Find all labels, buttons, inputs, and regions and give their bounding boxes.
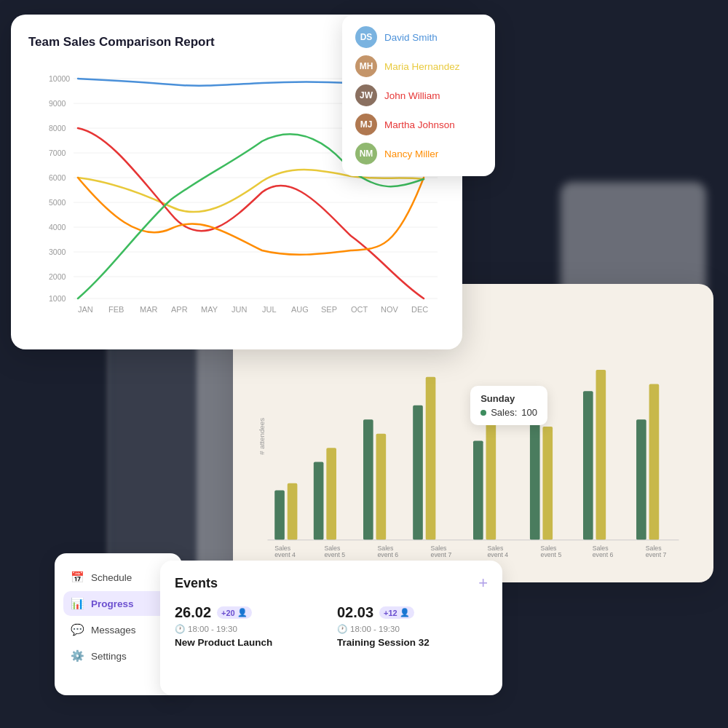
svg-text:# attendees: # attendees (258, 418, 266, 455)
svg-text:APR: APR (171, 305, 188, 314)
sidebar-item-schedule[interactable]: 📅 Schedule (63, 565, 173, 590)
legend-name-5: Nancy Miller (384, 149, 438, 159)
bar-chart-area: Sunday Sales: 100 # attendees (253, 328, 693, 575)
svg-text:event 7: event 7 (646, 551, 667, 558)
svg-rect-39 (413, 405, 423, 540)
event-avatar-icon-1: 👤 (237, 608, 248, 617)
svg-text:2000: 2000 (49, 272, 66, 281)
svg-text:MAR: MAR (140, 305, 158, 314)
events-card: Events + 26.02 +20 👤 🕐 18:00 - 19:30 New… (160, 561, 502, 695)
legend-item-4: MJ Martha Johnson (355, 114, 482, 135)
tooltip-label: Sales: (491, 407, 517, 418)
svg-text:event 5: event 5 (324, 551, 345, 558)
svg-text:event 6: event 6 (593, 551, 614, 558)
svg-rect-46 (596, 370, 606, 540)
sidebar-item-settings[interactable]: ⚙️ Settings (63, 644, 173, 668)
avatar-nancy: NM (355, 143, 377, 165)
svg-rect-44 (542, 427, 553, 540)
svg-text:JUL: JUL (262, 305, 277, 314)
svg-text:8000: 8000 (49, 124, 66, 132)
events-grid: 26.02 +20 👤 🕐 18:00 - 19:30 New Product … (175, 604, 488, 648)
svg-text:event 4: event 4 (274, 551, 296, 558)
avatar-martha: MJ (355, 114, 377, 135)
svg-rect-35 (314, 462, 324, 540)
svg-text:NOV: NOV (381, 305, 399, 314)
event-item-1: 26.02 +20 👤 🕐 18:00 - 19:30 New Product … (175, 604, 325, 648)
event-time-2: 🕐 18:00 - 19:30 (337, 624, 488, 634)
event-time-text-2: 18:00 - 19:30 (350, 625, 400, 633)
svg-rect-45 (583, 391, 593, 540)
event-time-text-1: 18:00 - 19:30 (188, 625, 237, 633)
event-name-1: New Product Launch (175, 637, 325, 648)
bar-chart-tooltip: Sunday Sales: 100 (470, 386, 547, 425)
schedule-icon: 📅 (71, 571, 84, 584)
event-badge-1: +20 👤 (217, 606, 252, 619)
tooltip-day: Sunday (480, 393, 537, 404)
event-badge-count-2: +12 (384, 609, 397, 617)
legend-name-4: Martha Johnson (384, 119, 455, 130)
progress-icon: 📊 (71, 597, 84, 610)
svg-text:FEB: FEB (108, 305, 124, 314)
sidebar-label-progress: Progress (91, 598, 134, 609)
event-badge-count-1: +20 (221, 609, 235, 617)
sidebar-item-messages[interactable]: 💬 Messages (63, 617, 173, 642)
svg-text:1000: 1000 (49, 294, 66, 303)
event-avatar-icon-2: 👤 (400, 608, 410, 617)
clock-icon-1: 🕐 (175, 624, 185, 634)
legend-card: DS David Smith MH Maria Hernandez JW Joh… (342, 15, 495, 176)
legend-name-2: Maria Hernandez (384, 61, 460, 72)
svg-text:OCT: OCT (351, 305, 368, 314)
settings-icon: ⚙️ (71, 649, 84, 662)
svg-rect-36 (326, 448, 336, 540)
svg-text:event 7: event 7 (431, 551, 452, 558)
event-time-1: 🕐 18:00 - 19:30 (175, 624, 325, 634)
events-header: Events + (175, 574, 488, 593)
svg-text:event 4: event 4 (487, 551, 508, 558)
svg-rect-38 (376, 434, 387, 540)
tooltip-dot (480, 410, 486, 416)
event-date-2: 02.03 (337, 604, 373, 621)
bar-chart-svg: # attendees (253, 328, 693, 575)
event-date-1: 26.02 (175, 604, 211, 621)
svg-text:DEC: DEC (411, 305, 428, 314)
svg-text:AUG: AUG (291, 305, 309, 314)
sidebar-label-schedule: Schedule (91, 572, 132, 583)
tooltip-value: Sales: 100 (480, 407, 537, 418)
event-badge-2: +12 👤 (379, 606, 414, 619)
sidebar-item-progress[interactable]: 📊 Progress (63, 591, 173, 616)
svg-text:10000: 10000 (49, 74, 70, 83)
svg-rect-34 (288, 483, 298, 540)
legend-item-1: DS David Smith (355, 26, 482, 48)
event-name-2: Training Session 32 (337, 637, 488, 648)
events-title: Events (175, 576, 218, 591)
svg-text:7000: 7000 (49, 149, 66, 157)
svg-text:3000: 3000 (49, 248, 66, 256)
legend-item-3: JW John William (355, 84, 482, 106)
add-event-button[interactable]: + (478, 574, 488, 593)
sidebar-label-messages: Messages (91, 625, 136, 636)
svg-text:MAY: MAY (201, 305, 218, 314)
event-date-row-1: 26.02 +20 👤 (175, 604, 325, 621)
event-item-2: 02.03 +12 👤 🕐 18:00 - 19:30 Training Ses… (337, 604, 488, 648)
legend-item-5: NM Nancy Miller (355, 143, 482, 165)
svg-rect-43 (530, 412, 540, 539)
svg-text:6000: 6000 (49, 173, 66, 182)
tooltip-number: 100 (521, 407, 537, 418)
legend-name-1: David Smith (384, 32, 438, 43)
svg-rect-33 (274, 491, 285, 540)
svg-rect-48 (649, 384, 660, 539)
legend-name-3: John William (384, 90, 440, 101)
event-date-row-2: 02.03 +12 👤 (337, 604, 488, 621)
svg-text:SEP: SEP (321, 305, 337, 314)
svg-text:9000: 9000 (49, 99, 66, 108)
avatar-maria: MH (355, 55, 377, 77)
svg-text:JAN: JAN (78, 305, 93, 314)
sidebar-label-settings: Settings (91, 651, 127, 662)
svg-rect-42 (486, 419, 496, 540)
clock-icon-2: 🕐 (337, 624, 347, 634)
avatar-david: DS (355, 26, 377, 48)
svg-rect-37 (363, 419, 373, 540)
svg-text:JUN: JUN (232, 305, 247, 314)
messages-icon: 💬 (71, 623, 84, 636)
avatar-john: JW (355, 84, 377, 106)
